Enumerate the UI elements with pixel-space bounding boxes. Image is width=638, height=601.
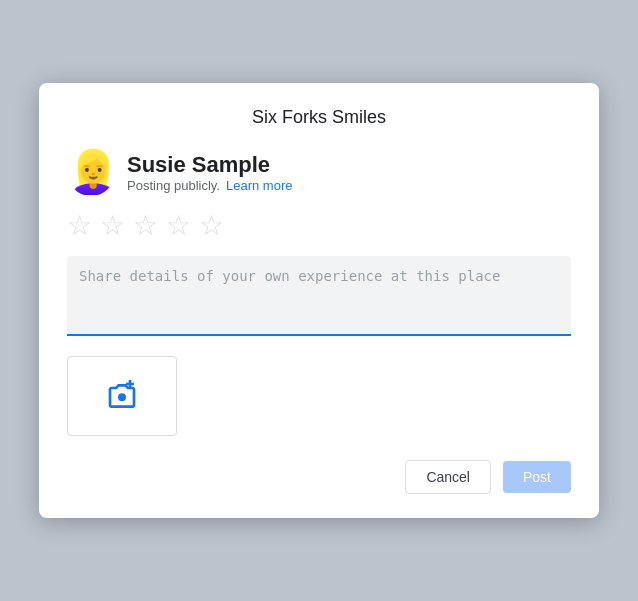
star-4[interactable]: ☆	[166, 212, 191, 240]
modal-title: Six Forks Smiles	[67, 107, 571, 128]
star-5[interactable]: ☆	[199, 212, 224, 240]
posting-publicly-label: Posting publicly.	[127, 178, 220, 193]
avatar: 👱‍♀️	[67, 148, 115, 196]
svg-point-0	[118, 393, 126, 401]
add-photo-box[interactable]	[67, 356, 177, 436]
star-3[interactable]: ☆	[133, 212, 158, 240]
add-photo-icon	[106, 380, 138, 412]
post-button[interactable]: Post	[503, 461, 571, 493]
review-textarea[interactable]	[67, 256, 571, 336]
star-1[interactable]: ☆	[67, 212, 92, 240]
user-row: 👱‍♀️ Susie Sample Posting publicly. Lear…	[67, 148, 571, 196]
user-info: Susie Sample Posting publicly. Learn mor…	[127, 152, 292, 193]
review-modal: Six Forks Smiles 👱‍♀️ Susie Sample Posti…	[39, 83, 599, 518]
learn-more-link[interactable]: Learn more	[226, 178, 292, 193]
review-textarea-wrapper	[67, 256, 571, 340]
posting-line: Posting publicly. Learn more	[127, 178, 292, 193]
buttons-row: Cancel Post	[67, 460, 571, 494]
stars-row: ☆ ☆ ☆ ☆ ☆	[67, 212, 571, 240]
avatar-emoji: 👱‍♀️	[67, 148, 115, 196]
cancel-button[interactable]: Cancel	[405, 460, 491, 494]
star-2[interactable]: ☆	[100, 212, 125, 240]
user-name: Susie Sample	[127, 152, 292, 178]
